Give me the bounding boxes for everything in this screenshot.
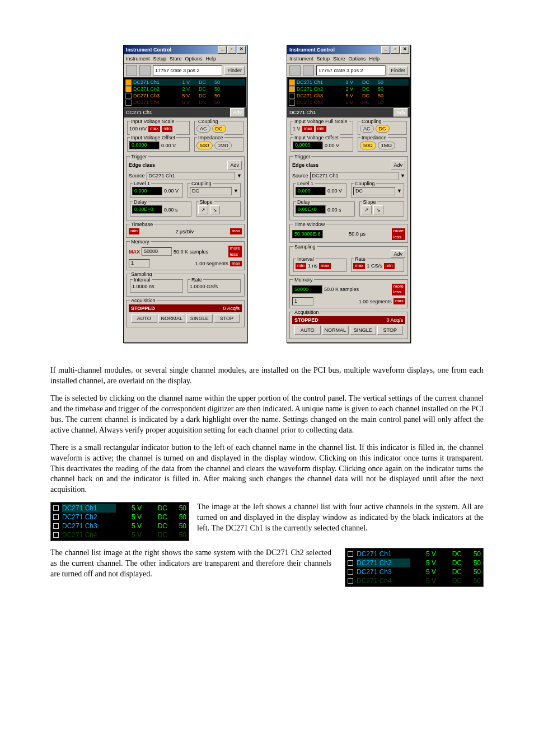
channel-indicator[interactable] bbox=[289, 86, 295, 92]
channel-name[interactable]: DC271 Ch3 bbox=[62, 522, 116, 530]
more-chip[interactable]: more bbox=[228, 246, 242, 252]
minimize-button[interactable]: _ bbox=[381, 46, 390, 54]
channel-name[interactable]: DC271 Ch2 bbox=[357, 558, 410, 567]
channel-indicator[interactable] bbox=[289, 100, 295, 106]
min-chip[interactable]: min bbox=[384, 263, 395, 269]
max-chip[interactable]: max bbox=[148, 126, 160, 132]
slope-rising-icon[interactable]: ↗ bbox=[362, 205, 372, 214]
channel-indicator[interactable] bbox=[125, 100, 132, 106]
min-chip[interactable]: min bbox=[296, 263, 306, 269]
menu-options[interactable]: Options bbox=[185, 55, 203, 62]
offset-raw[interactable]: 0.0000 bbox=[129, 141, 160, 149]
channel-name[interactable]: DC271 Ch2 bbox=[297, 86, 334, 92]
offset-raw[interactable]: 0.0000 bbox=[293, 141, 323, 149]
max-chip[interactable]: max bbox=[302, 126, 314, 132]
channel-indicator[interactable] bbox=[53, 505, 59, 511]
impedance-50[interactable]: 50Ω bbox=[360, 142, 376, 149]
menu-options[interactable]: Options bbox=[349, 55, 366, 62]
maximize-button[interactable]: ▫ bbox=[391, 46, 400, 54]
slope-falling-icon[interactable]: ↘ bbox=[210, 205, 220, 214]
channel-indicator[interactable] bbox=[348, 578, 353, 584]
channel-name[interactable]: DC271 Ch3 bbox=[133, 92, 170, 99]
channel-name[interactable]: DC271 Ch3 bbox=[297, 92, 334, 99]
segments-raw[interactable]: 1 bbox=[129, 259, 150, 267]
acq-single-button[interactable]: SINGLE bbox=[186, 314, 213, 323]
acq-stop-button[interactable]: STOP bbox=[214, 314, 240, 323]
channel-name[interactable]: DC271 Ch1 bbox=[297, 79, 334, 86]
slope-falling-icon[interactable]: ↘ bbox=[373, 205, 383, 214]
menu-help[interactable]: Help bbox=[369, 55, 380, 62]
maximize-button[interactable]: ▫ bbox=[227, 46, 236, 54]
channel-indicator[interactable] bbox=[125, 86, 132, 92]
level-raw[interactable]: 0.000 bbox=[132, 187, 162, 195]
coupling-dc[interactable]: DC bbox=[212, 125, 226, 133]
memory-samples-raw[interactable]: 50000 bbox=[292, 285, 322, 294]
max-chip[interactable]: max bbox=[394, 298, 405, 304]
menu-help[interactable]: Help bbox=[206, 55, 217, 62]
less-chip[interactable]: less bbox=[392, 289, 405, 295]
channel-name[interactable]: DC271 Ch1 bbox=[62, 504, 116, 513]
dropdown-icon[interactable]: ▼ bbox=[400, 172, 405, 179]
menu-instrument[interactable]: Instrument bbox=[126, 55, 150, 62]
menu-setup[interactable]: Setup bbox=[317, 55, 330, 62]
channel-indicator[interactable] bbox=[348, 569, 353, 575]
adv-button[interactable]: Adv bbox=[230, 108, 245, 117]
acq-auto-button[interactable]: AUTO bbox=[131, 314, 157, 323]
timewindow-raw[interactable]: 50.0000E-6 bbox=[292, 230, 323, 238]
channel-indicator[interactable] bbox=[53, 532, 59, 538]
tool-button-2[interactable] bbox=[139, 65, 151, 76]
location-field[interactable]: 17757 crate 3 pos 2 bbox=[153, 65, 222, 76]
finder-button[interactable]: Finder bbox=[224, 66, 245, 75]
segments-raw[interactable]: 1 bbox=[292, 297, 313, 306]
channel-indicator[interactable] bbox=[53, 523, 59, 529]
coupling-dc[interactable]: DC bbox=[376, 125, 390, 133]
timebase-value[interactable]: 2 µs/Div bbox=[142, 228, 228, 235]
channel-name[interactable]: DC271 Ch2 bbox=[62, 513, 116, 522]
interval-value[interactable]: 1 ns bbox=[308, 262, 317, 269]
scale-value[interactable]: 100 mV bbox=[129, 125, 147, 132]
close-button[interactable]: ✕ bbox=[400, 46, 409, 54]
menu-store[interactable]: Store bbox=[170, 55, 182, 62]
delay-raw[interactable]: 0.00E+0 bbox=[296, 205, 326, 214]
adv-button[interactable]: Adv bbox=[394, 108, 408, 117]
max-chip[interactable]: max bbox=[230, 228, 242, 234]
finder-button[interactable]: Finder bbox=[388, 66, 408, 75]
close-button[interactable]: ✕ bbox=[237, 46, 246, 54]
acq-auto-button[interactable]: AUTO bbox=[294, 326, 321, 335]
menu-instrument[interactable]: Instrument bbox=[289, 55, 313, 62]
coupling-ac[interactable]: AC bbox=[196, 125, 210, 133]
channel-indicator[interactable] bbox=[125, 93, 132, 99]
sampling-adv-button[interactable]: Adv bbox=[391, 250, 405, 258]
trigger-adv-button[interactable]: Adv bbox=[227, 161, 242, 170]
memory-samples-raw[interactable]: 50000 bbox=[142, 247, 172, 256]
less-chip[interactable]: less bbox=[392, 234, 405, 241]
rate-value[interactable]: 1 GS/s bbox=[367, 262, 382, 269]
acq-normal-button[interactable]: NORMAL bbox=[322, 326, 349, 335]
channel-indicator[interactable] bbox=[289, 79, 295, 86]
acq-normal-button[interactable]: NORMAL bbox=[158, 314, 186, 323]
channel-indicator[interactable] bbox=[125, 79, 132, 86]
channel-name[interactable]: DC271 Ch2 bbox=[133, 86, 170, 92]
impedance-50[interactable]: 50Ω bbox=[196, 142, 213, 149]
tool-button-1[interactable] bbox=[126, 65, 137, 76]
min-chip[interactable]: min bbox=[316, 126, 326, 132]
dropdown-icon[interactable]: ▼ bbox=[237, 172, 242, 179]
trigger-source[interactable]: DC271 Ch1 bbox=[310, 172, 399, 180]
trigger-coupling[interactable]: DC bbox=[353, 187, 395, 195]
impedance-1m[interactable]: 1MΩ bbox=[378, 142, 395, 149]
minimize-button[interactable]: _ bbox=[218, 46, 227, 54]
trigger-coupling[interactable]: DC bbox=[190, 187, 232, 195]
dropdown-icon[interactable]: ▼ bbox=[397, 187, 402, 194]
max-chip[interactable]: max bbox=[230, 261, 242, 267]
channel-indicator[interactable] bbox=[348, 551, 353, 557]
min-chip[interactable]: min bbox=[129, 228, 139, 234]
scale-value[interactable]: 1 V bbox=[293, 125, 301, 132]
trigger-adv-button[interactable]: Adv bbox=[391, 161, 405, 170]
acq-single-button[interactable]: SINGLE bbox=[350, 326, 376, 335]
less-chip[interactable]: less bbox=[228, 252, 242, 258]
coupling-ac[interactable]: AC bbox=[360, 125, 374, 133]
impedance-1m[interactable]: 1MΩ bbox=[214, 142, 232, 149]
level-raw[interactable]: 0.000 bbox=[296, 187, 326, 195]
channel-name[interactable]: DC271 Ch4 bbox=[297, 99, 334, 106]
trigger-source[interactable]: DC271 Ch1 bbox=[147, 172, 236, 180]
